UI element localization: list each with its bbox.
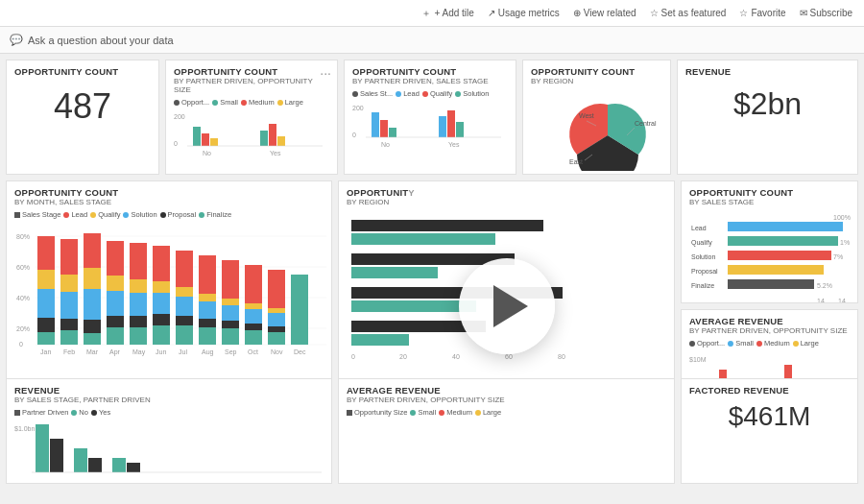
legend-item: Small — [410, 408, 436, 417]
opp-partner-size-card[interactable]: ··· Opportunity Count BY PARTNER DRIVEN,… — [165, 60, 338, 175]
svg-rect-116 — [351, 287, 563, 299]
add-tile-button[interactable]: ＋ + Add tile — [421, 7, 473, 20]
opp-region-card[interactable]: Opportunity Count BY REGION West Central — [522, 60, 671, 175]
svg-rect-13 — [372, 112, 379, 137]
opp-partner-stage-legend: Sales St... Lead Qualify Solution — [352, 89, 508, 98]
svg-text:40%: 40% — [16, 295, 30, 301]
svg-rect-53 — [84, 333, 101, 345]
svg-text:1%: 1% — [840, 239, 850, 246]
partner-size-chart: 200 0 No Yes — [174, 109, 327, 169]
legend-item: Lead — [396, 89, 420, 98]
svg-text:Jan: Jan — [40, 348, 51, 355]
svg-rect-61 — [130, 293, 147, 316]
svg-text:Yes: Yes — [270, 150, 281, 156]
svg-rect-15 — [389, 128, 396, 137]
svg-rect-48 — [60, 330, 78, 345]
svg-text:60: 60 — [505, 353, 513, 359]
svg-text:60%: 60% — [16, 264, 30, 271]
revenue-sales-chart: $1.0bn — [14, 420, 331, 477]
avg-revenue-title: Average Revenue — [689, 316, 850, 326]
svg-text:West: West — [579, 112, 594, 119]
svg-text:No: No — [203, 150, 211, 156]
more-options-icon[interactable]: ··· — [320, 66, 331, 80]
opp-sales-stage-card[interactable]: Opportunity Count BY SALES STAGE 100% Le… — [681, 180, 858, 303]
avg-revenue2-legend: Opportunity Size Small Medium Large — [347, 408, 666, 417]
legend-item: Finalize — [199, 210, 231, 219]
opp-region-subtitle: BY REGION — [531, 77, 662, 85]
legend-item: Large — [793, 339, 819, 348]
svg-rect-71 — [176, 297, 193, 316]
factored-revenue-title: Factored Revenue — [689, 385, 850, 396]
svg-text:100%: 100% — [833, 214, 851, 221]
legend-item: Medium — [756, 339, 790, 348]
svg-text:Jun: Jun — [156, 348, 166, 355]
svg-rect-114 — [351, 253, 515, 265]
featured-icon: ☆ — [650, 8, 659, 18]
svg-text:$1.0bn: $1.0bn — [14, 425, 36, 432]
svg-rect-14 — [380, 120, 388, 137]
favorite-button[interactable]: ☆ Favorite — [739, 8, 785, 18]
svg-text:20: 20 — [399, 353, 407, 359]
svg-rect-119 — [351, 334, 409, 346]
partner-stage-chart: 200 0 No Yes — [352, 101, 506, 160]
ask-placeholder[interactable]: Ask a question about your data — [28, 35, 174, 46]
svg-text:Lead: Lead — [691, 225, 707, 231]
svg-rect-75 — [199, 294, 216, 301]
opp-partner-stage-card[interactable]: Opportunity Count BY PARTNER DRIVEN, SAL… — [344, 60, 516, 175]
subscribe-button[interactable]: ✉ Subscribe — [800, 8, 852, 18]
set-featured-button[interactable]: ☆ Set as featured — [650, 8, 727, 18]
opp-partner-size-legend: Opport... Small Medium Large — [174, 98, 329, 107]
svg-text:80: 80 — [558, 353, 565, 359]
svg-rect-115 — [351, 267, 438, 278]
chat-icon: 💬 — [10, 34, 23, 46]
svg-rect-83 — [222, 328, 239, 345]
legend-item: Solution — [123, 210, 156, 219]
sales-stage-chart: 100% Lead Qualify 1% Solution 7% Proposa… — [689, 210, 857, 303]
avg-revenue-subtitle: BY PARTNER DRIVEN, OPPORTUNITY SIZE — [689, 326, 850, 335]
avg-revenue2-title: Average Revenue — [347, 385, 666, 396]
svg-text:Nov: Nov — [271, 348, 283, 355]
svg-text:Solution: Solution — [691, 253, 715, 260]
svg-text:Mar: Mar — [86, 348, 99, 355]
opp-region-title: Opportunity Count — [531, 66, 662, 77]
usage-metrics-button[interactable]: ↗ Usage metrics — [488, 8, 560, 18]
revenue-card[interactable]: Revenue $2bn — [677, 60, 858, 175]
factored-revenue-card[interactable]: Factored Revenue $461M — [681, 378, 858, 484]
svg-rect-150 — [50, 439, 63, 472]
svg-rect-126 — [728, 251, 831, 260]
svg-rect-131 — [728, 279, 814, 289]
svg-rect-113 — [351, 233, 495, 245]
svg-rect-81 — [222, 305, 239, 321]
svg-rect-93 — [268, 332, 285, 345]
view-related-button[interactable]: ⊕ View related — [573, 8, 636, 18]
svg-rect-92 — [268, 326, 285, 332]
factored-revenue-value: $461M — [689, 401, 850, 432]
opp-month-legend: Sales Stage Lead Qualify Solution Propos… — [14, 210, 324, 219]
opp-count-card[interactable]: Opportunity Count 487 — [6, 60, 159, 175]
opp-sales-stage-title: Opportunity Count — [689, 187, 850, 198]
svg-text:14: 14 — [838, 298, 846, 303]
svg-rect-60 — [130, 279, 147, 293]
revenue-sales-card[interactable]: Revenue BY SALES STAGE, PARTNER DRIVEN P… — [6, 378, 332, 484]
svg-text:0: 0 — [174, 140, 178, 147]
svg-text:Aug: Aug — [202, 348, 214, 356]
svg-rect-2 — [193, 127, 201, 146]
revenue-value: $2bn — [685, 86, 850, 122]
plus-icon: ＋ — [421, 7, 431, 20]
svg-rect-16 — [439, 116, 446, 137]
svg-text:May: May — [132, 348, 146, 356]
avg-revenue2-card[interactable]: Average Revenue BY PARTNER DRIVEN, OPPOR… — [338, 378, 675, 484]
svg-rect-5 — [260, 131, 268, 146]
legend-item: Large — [475, 408, 501, 417]
svg-rect-154 — [127, 463, 140, 472]
svg-rect-4 — [210, 138, 218, 146]
svg-rect-77 — [199, 319, 216, 327]
ask-bar: 💬 Ask a question about your data — [0, 27, 864, 54]
svg-text:No: No — [381, 141, 390, 148]
svg-rect-63 — [130, 327, 147, 345]
svg-rect-78 — [199, 327, 216, 345]
svg-rect-3 — [202, 133, 209, 146]
svg-rect-121 — [728, 222, 843, 231]
svg-rect-112 — [351, 220, 543, 231]
svg-rect-87 — [245, 324, 262, 330]
